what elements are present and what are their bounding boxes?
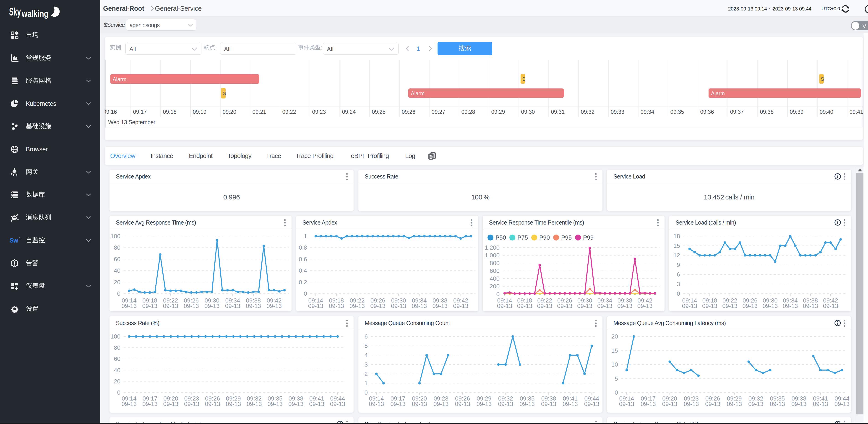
svg-text:09-13: 09-13 <box>597 302 613 309</box>
svg-text:20: 20 <box>114 378 120 385</box>
svg-text:09-13: 09-13 <box>748 400 764 407</box>
svg-text:P99: P99 <box>583 234 594 241</box>
svg-text:09-13: 09-13 <box>823 302 838 309</box>
svg-text:0.8: 0.8 <box>299 244 307 251</box>
svg-text:0.6: 0.6 <box>299 256 307 263</box>
svg-text:6: 6 <box>364 333 368 340</box>
svg-text:09-13: 09-13 <box>619 400 634 407</box>
svg-text:1,000: 1,000 <box>485 252 499 259</box>
svg-text:09-13: 09-13 <box>637 302 652 309</box>
svg-text:09:30: 09:30 <box>521 109 535 115</box>
svg-text:4: 4 <box>364 352 368 359</box>
svg-text:09:18: 09:18 <box>163 109 177 115</box>
svg-text:09-13: 09-13 <box>184 302 199 309</box>
svg-text:09-13: 09-13 <box>682 302 698 309</box>
svg-text:100: 100 <box>111 233 120 239</box>
svg-text:09-13: 09-13 <box>770 400 785 407</box>
svg-text:0: 0 <box>304 290 307 297</box>
svg-text:200: 200 <box>490 283 499 290</box>
svg-text:09-13: 09-13 <box>702 302 717 309</box>
svg-text:Alarm: Alarm <box>411 91 425 96</box>
svg-text:09-13: 09-13 <box>370 302 385 309</box>
svg-text:3: 3 <box>677 281 680 288</box>
svg-text:09-13: 09-13 <box>743 302 758 309</box>
svg-text:09-13: 09-13 <box>267 302 282 309</box>
svg-text:09-13: 09-13 <box>412 302 427 309</box>
svg-text:09-13: 09-13 <box>268 400 283 407</box>
svg-text:09-13: 09-13 <box>727 400 742 407</box>
svg-text:800: 800 <box>490 260 499 266</box>
svg-text:S: S <box>223 91 226 96</box>
svg-text:0: 0 <box>117 389 120 396</box>
svg-text:09-13: 09-13 <box>412 400 427 407</box>
svg-text:09-13: 09-13 <box>330 400 345 407</box>
svg-text:20: 20 <box>611 333 618 340</box>
svg-text:09-13: 09-13 <box>391 302 406 309</box>
svg-text:09-13: 09-13 <box>432 302 447 309</box>
svg-text:09-13: 09-13 <box>562 400 578 407</box>
svg-text:09-13: 09-13 <box>541 400 556 407</box>
svg-text:09:28: 09:28 <box>462 109 475 115</box>
svg-text:0.2: 0.2 <box>299 279 307 286</box>
svg-text:09:32: 09:32 <box>581 109 594 115</box>
svg-text:09-13: 09-13 <box>369 400 384 407</box>
svg-text:09:22: 09:22 <box>282 109 296 115</box>
svg-text:09-13: 09-13 <box>142 400 158 407</box>
svg-text:09-13: 09-13 <box>309 400 324 407</box>
svg-text:09-13: 09-13 <box>557 302 572 309</box>
svg-text:09:35: 09:35 <box>671 109 684 115</box>
svg-text:09:23: 09:23 <box>312 109 326 115</box>
svg-text:09-13: 09-13 <box>684 400 699 407</box>
svg-text:09-13: 09-13 <box>498 400 513 407</box>
svg-text:20: 20 <box>114 279 120 286</box>
svg-text:Alarm: Alarm <box>711 91 725 96</box>
svg-text:09-13: 09-13 <box>349 302 365 309</box>
svg-text:40: 40 <box>114 267 120 274</box>
svg-text:1: 1 <box>304 233 307 239</box>
svg-text:P75: P75 <box>517 234 528 241</box>
svg-text:09-13: 09-13 <box>705 400 720 407</box>
svg-text:15: 15 <box>674 242 680 249</box>
svg-text:18: 18 <box>674 233 680 239</box>
svg-text:09:36: 09:36 <box>700 109 714 115</box>
svg-text:09:33: 09:33 <box>611 109 624 115</box>
svg-text:09:38: 09:38 <box>760 109 774 115</box>
svg-text:09-13: 09-13 <box>662 400 678 407</box>
svg-text:09-13: 09-13 <box>792 400 807 407</box>
svg-text:600: 600 <box>490 267 499 274</box>
svg-text:09-13: 09-13 <box>184 400 199 407</box>
svg-text:6: 6 <box>677 271 680 278</box>
svg-text:S: S <box>522 76 526 82</box>
svg-text:09-13: 09-13 <box>122 400 137 407</box>
svg-text:09-13: 09-13 <box>584 400 599 407</box>
svg-text:09-13: 09-13 <box>722 302 738 309</box>
svg-text:09:27: 09:27 <box>432 109 445 115</box>
svg-text:0: 0 <box>496 291 499 297</box>
svg-text:09:29: 09:29 <box>491 109 505 115</box>
svg-text:P95: P95 <box>561 234 572 241</box>
svg-text:09-13: 09-13 <box>537 302 552 309</box>
svg-text:0: 0 <box>364 389 368 396</box>
svg-text:3: 3 <box>364 361 368 368</box>
svg-text:09-13: 09-13 <box>247 400 262 407</box>
svg-text:09-13: 09-13 <box>163 400 179 407</box>
svg-text:09-13: 09-13 <box>163 302 178 309</box>
svg-text:09-13: 09-13 <box>517 302 532 309</box>
svg-text:09-13: 09-13 <box>803 302 818 309</box>
svg-text:09:19: 09:19 <box>193 109 207 115</box>
svg-text:09:17: 09:17 <box>133 109 147 115</box>
svg-text:40: 40 <box>114 367 120 373</box>
svg-text:400: 400 <box>490 275 499 282</box>
svg-text:60: 60 <box>114 355 120 362</box>
svg-text:09:40: 09:40 <box>819 109 833 115</box>
svg-text:S: S <box>821 76 824 82</box>
svg-text:09-13: 09-13 <box>813 400 828 407</box>
svg-text:09-13: 09-13 <box>205 400 220 407</box>
svg-text:09-13: 09-13 <box>329 302 344 309</box>
svg-text:09:34: 09:34 <box>641 109 654 115</box>
svg-text:09-13: 09-13 <box>763 302 778 309</box>
svg-text:09-13: 09-13 <box>577 302 592 309</box>
svg-text:Wed 13 September: Wed 13 September <box>108 119 155 125</box>
svg-text:9: 9 <box>677 261 680 268</box>
svg-text:09:16: 09:16 <box>105 109 117 115</box>
